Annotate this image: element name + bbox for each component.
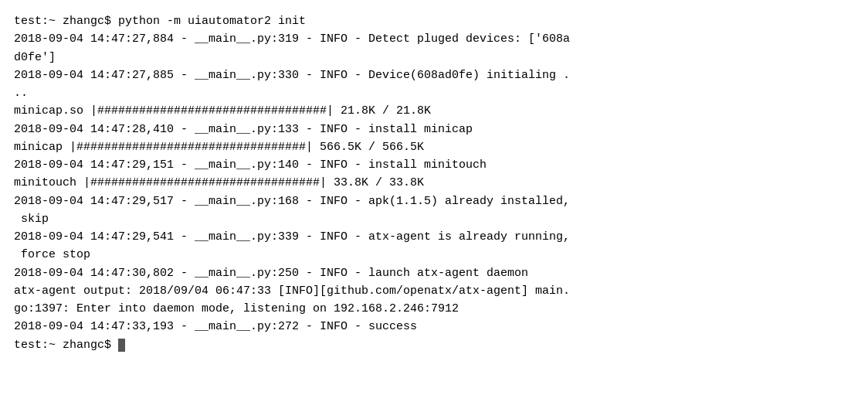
terminal-cursor [118,339,125,352]
terminal-output: test:~ zhangc$ python -m uiautomator2 in… [14,12,854,354]
terminal-window: test:~ zhangc$ python -m uiautomator2 in… [0,0,868,419]
terminal-line-1: test:~ zhangc$ python -m uiautomator2 in… [14,15,570,352]
